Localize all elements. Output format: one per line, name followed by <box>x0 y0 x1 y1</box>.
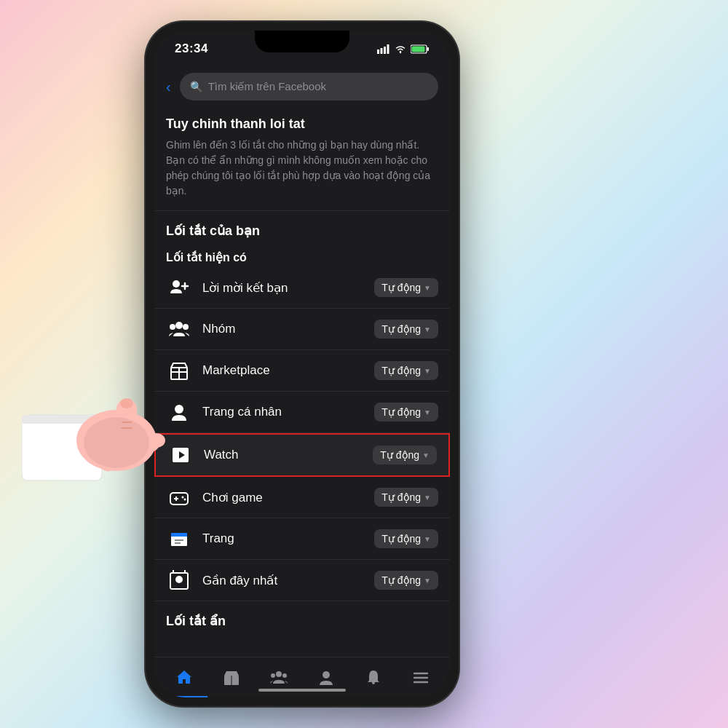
profile-dropdown[interactable]: Tự động ▼ <box>374 403 438 422</box>
gaming-arrow: ▼ <box>424 494 431 502</box>
svg-point-25 <box>183 324 189 330</box>
shortcut-watch[interactable]: Watch Tự động ▼ <box>154 433 450 477</box>
svg-point-47 <box>276 671 282 677</box>
tab-menu[interactable] <box>397 657 444 697</box>
profile-name: Trang cá nhân <box>202 405 364 419</box>
profile-arrow: ▼ <box>424 408 431 416</box>
shortcut-gaming[interactable]: Chơi game Tự động ▼ <box>154 477 450 518</box>
recent-icon <box>166 567 192 593</box>
phone-screen: 23:34 <box>154 31 450 697</box>
shortcut-groups[interactable]: Nhóm Tự động ▼ <box>154 309 450 350</box>
notch <box>255 31 349 52</box>
svg-rect-38 <box>171 533 187 537</box>
svg-point-24 <box>170 324 175 330</box>
gaming-dropdown[interactable]: Tự động ▼ <box>374 488 438 507</box>
pages-arrow: ▼ <box>424 535 431 543</box>
svg-point-16 <box>400 51 401 52</box>
marketplace-name: Marketplace <box>202 363 364 378</box>
search-bar[interactable]: 🔍 Tìm kiếm trên Facebook <box>180 73 438 100</box>
svg-point-42 <box>175 576 183 583</box>
tab-home[interactable] <box>160 657 207 697</box>
watch-name: Watch <box>204 448 363 462</box>
pages-value: Tự động <box>381 533 421 545</box>
description-section: Tuy chinh thanh loi tat Ghim lên đến 3 l… <box>154 108 450 211</box>
svg-point-48 <box>271 673 275 678</box>
svg-point-50 <box>323 671 330 678</box>
your-shortcuts-label: Lối tắt của bạn <box>154 211 450 245</box>
scene: 23:34 <box>0 0 728 728</box>
groups-name: Nhóm <box>202 322 364 336</box>
marketplace-dropdown[interactable]: Tự động ▼ <box>374 361 438 380</box>
groups-icon <box>166 316 192 342</box>
svg-rect-15 <box>387 44 389 54</box>
groups-arrow: ▼ <box>424 325 431 333</box>
hidden-shortcuts-label: Lối tắt ẩn <box>154 601 450 635</box>
pages-name: Trang <box>202 531 364 546</box>
gaming-name: Chơi game <box>202 490 364 505</box>
shortcut-recent[interactable]: Gần đây nhất Tự động ▼ <box>154 560 450 601</box>
home-indicator <box>258 689 346 692</box>
recent-value: Tự động <box>381 574 421 586</box>
status-bar: 23:34 <box>154 31 450 67</box>
tab-notifications[interactable] <box>349 657 397 697</box>
friend-requests-icon <box>166 274 192 301</box>
friend-requests-name: Lời mời kết bạn <box>202 280 364 296</box>
phone-frame: 23:34 <box>146 22 459 706</box>
search-icon: 🔍 <box>190 81 202 92</box>
status-icons <box>377 44 430 54</box>
watch-dropdown[interactable]: Tự động ▼ <box>373 446 437 464</box>
available-shortcuts-label: Lối tắt hiện có <box>154 245 450 267</box>
section-title: Tuy chinh thanh loi tat <box>166 116 438 132</box>
search-placeholder: Tìm kiếm trên Facebook <box>208 80 326 93</box>
groups-dropdown[interactable]: Tự động ▼ <box>374 320 438 339</box>
friend-requests-arrow: ▼ <box>424 284 431 292</box>
svg-point-7 <box>148 433 165 448</box>
status-time: 23:34 <box>175 41 208 56</box>
battery-icon <box>411 44 430 54</box>
shortcut-friend-requests[interactable]: Lời mời kết bạn Tự động ▼ <box>154 267 450 309</box>
groups-value: Tự động <box>381 323 421 335</box>
friend-requests-value: Tự động <box>381 282 421 293</box>
svg-point-23 <box>175 322 183 329</box>
shortcut-pages[interactable]: Trang Tự động ▼ <box>154 518 450 560</box>
friend-requests-dropdown[interactable]: Tự động ▼ <box>374 278 438 297</box>
marketplace-arrow: ▼ <box>424 367 431 375</box>
svg-point-49 <box>282 673 287 678</box>
svg-point-9 <box>84 417 149 468</box>
svg-point-4 <box>120 398 133 408</box>
signal-icon <box>377 44 390 54</box>
recent-name: Gần đây nhất <box>202 573 364 588</box>
pages-icon <box>166 526 192 552</box>
shortcut-profile[interactable]: Trang cá nhân Tự động ▼ <box>154 392 450 433</box>
svg-rect-19 <box>412 46 425 52</box>
marketplace-value: Tự động <box>381 365 421 376</box>
gaming-icon <box>166 484 192 510</box>
section-description: Ghim lên đến 3 lối tắt cho những gì bạn … <box>166 138 438 199</box>
svg-point-36 <box>184 499 186 501</box>
profile-value: Tự động <box>381 406 421 418</box>
svg-rect-12 <box>377 50 379 54</box>
content-area: Tuy chinh thanh loi tat Ghim lên đến 3 l… <box>154 108 450 657</box>
watch-arrow: ▼ <box>422 451 430 459</box>
pages-dropdown[interactable]: Tự động ▼ <box>374 529 438 548</box>
tab-marketplace[interactable] <box>207 657 255 697</box>
svg-rect-18 <box>427 47 430 51</box>
svg-rect-13 <box>381 48 383 54</box>
watch-value: Tự động <box>380 449 419 461</box>
pointing-hand <box>22 357 189 488</box>
search-bar-area: ‹ 🔍 Tìm kiếm trên Facebook <box>154 67 450 108</box>
back-button[interactable]: ‹ <box>166 79 171 95</box>
recent-dropdown[interactable]: Tự động ▼ <box>374 571 438 590</box>
shortcut-marketplace[interactable]: Marketplace Tự động ▼ <box>154 350 450 392</box>
svg-point-20 <box>173 280 180 288</box>
svg-rect-14 <box>384 47 386 54</box>
wifi-icon <box>395 44 406 54</box>
svg-point-35 <box>182 496 184 499</box>
gaming-value: Tự động <box>381 491 421 503</box>
recent-arrow: ▼ <box>424 577 431 585</box>
